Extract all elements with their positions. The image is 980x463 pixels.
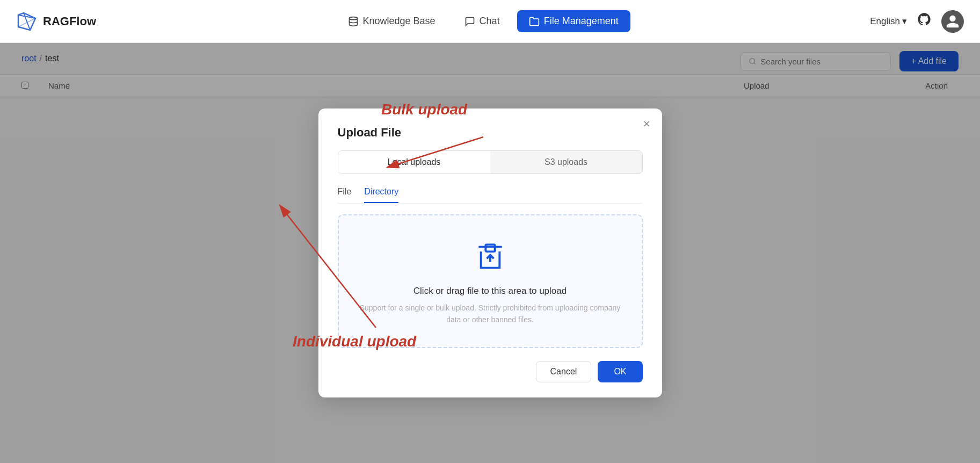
user-avatar[interactable] xyxy=(941,10,964,33)
drop-zone[interactable]: Click or drag file to this area to uploa… xyxy=(338,214,643,349)
page-content: root / test + Add file Name Upload Actio… xyxy=(0,43,980,463)
app-name: RAGFlow xyxy=(43,15,96,28)
modal-overlay[interactable]: × Upload File Local uploads S3 uploads F… xyxy=(0,43,980,463)
header: RAGFlow Knowledge Base Chat File Managem… xyxy=(0,0,980,43)
modal-title: Upload File xyxy=(338,126,643,140)
svg-point-0 xyxy=(349,17,357,19)
subtab-directory[interactable]: Directory xyxy=(364,187,398,203)
drop-zone-subtitle: Support for a single or bulk upload. Str… xyxy=(355,302,626,326)
cancel-button[interactable]: Cancel xyxy=(536,361,592,382)
upload-type-tabs: Local uploads S3 uploads xyxy=(338,150,643,174)
tab-local-uploads[interactable]: Local uploads xyxy=(338,151,490,173)
upload-icon xyxy=(476,242,504,276)
nav-file-management[interactable]: File Management xyxy=(517,10,630,32)
nav-right: English ▾ xyxy=(870,10,964,33)
nav-knowledge-base[interactable]: Knowledge Base xyxy=(336,10,447,32)
upload-modal: × Upload File Local uploads S3 uploads F… xyxy=(318,108,662,398)
drop-zone-title: Click or drag file to this area to uploa… xyxy=(413,286,567,296)
nav-chat-label: Chat xyxy=(480,16,500,27)
sub-tabs: File Directory xyxy=(338,187,643,204)
nav-knowledge-base-label: Knowledge Base xyxy=(363,16,435,27)
chat-icon xyxy=(464,16,475,27)
main-nav: Knowledge Base Chat File Management xyxy=(96,10,870,32)
nav-file-management-label: File Management xyxy=(544,16,619,27)
tab-s3-uploads[interactable]: S3 uploads xyxy=(490,151,642,173)
language-selector[interactable]: English ▾ xyxy=(870,16,907,27)
ok-button[interactable]: OK xyxy=(598,361,642,382)
github-icon[interactable] xyxy=(917,12,932,31)
modal-close-button[interactable]: × xyxy=(643,118,650,130)
logo-area: RAGFlow xyxy=(16,11,96,32)
modal-footer: Cancel OK xyxy=(338,361,643,382)
svg-rect-2 xyxy=(485,244,495,251)
nav-chat[interactable]: Chat xyxy=(453,10,512,32)
database-icon xyxy=(348,16,359,27)
language-label: English xyxy=(870,16,900,27)
subtab-file[interactable]: File xyxy=(338,187,352,203)
folder-icon xyxy=(529,16,540,27)
chevron-down-icon: ▾ xyxy=(902,16,907,27)
ragflow-logo-icon xyxy=(16,11,38,32)
